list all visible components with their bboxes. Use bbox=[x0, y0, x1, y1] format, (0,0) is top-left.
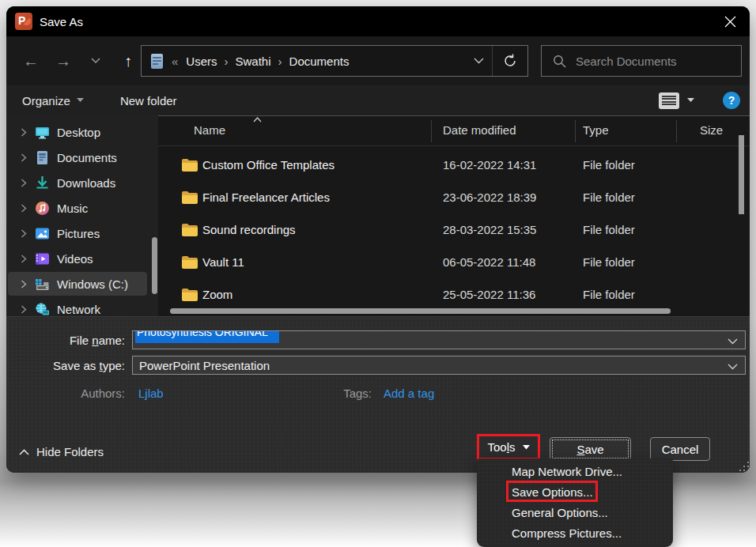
breadcrumb-overflow[interactable]: « bbox=[172, 55, 178, 68]
folder-icon bbox=[182, 191, 198, 204]
column-header-name[interactable]: Name bbox=[194, 123, 225, 137]
save-button[interactable]: Save bbox=[550, 437, 631, 461]
save-options-highlight-box bbox=[506, 481, 598, 502]
file-row-zoom[interactable]: Zoom 25-05-2022 11:36 File folder bbox=[158, 279, 743, 311]
forward-button[interactable]: → bbox=[50, 46, 77, 76]
search-input[interactable] bbox=[576, 55, 741, 68]
column-divider bbox=[676, 120, 677, 142]
desktop-icon bbox=[35, 125, 50, 140]
breadcrumb-separator: › bbox=[225, 55, 229, 68]
help-button[interactable]: ? bbox=[723, 92, 740, 109]
menu-item-compress-pictures[interactable]: Compress Pictures... bbox=[477, 522, 673, 543]
authors-value[interactable]: Ljlab bbox=[138, 387, 164, 400]
organize-button[interactable]: Organize bbox=[22, 94, 84, 108]
hide-folders-button[interactable]: Hide Folders bbox=[19, 445, 104, 458]
up-button[interactable]: ↑ bbox=[115, 46, 142, 76]
file-row-final-freelancer-articles[interactable]: Final Freelancer Articles 23-06-2022 18:… bbox=[158, 182, 743, 214]
refresh-button[interactable] bbox=[493, 46, 527, 76]
forward-arrow-icon: → bbox=[55, 52, 71, 70]
search-box bbox=[541, 45, 742, 77]
downloads-icon bbox=[35, 175, 50, 191]
dialog-title: Save As bbox=[40, 15, 83, 28]
close-icon bbox=[724, 16, 736, 28]
chevron-right-icon bbox=[19, 179, 28, 187]
tools-button[interactable]: Tools bbox=[477, 434, 540, 460]
column-headers: Name Date modified Type Size bbox=[158, 116, 750, 146]
dropdown-arrow-icon bbox=[523, 445, 530, 450]
column-divider bbox=[431, 120, 432, 142]
powerpoint-icon: P bbox=[15, 13, 32, 30]
folder-icon bbox=[182, 289, 198, 301]
sidebar-item-pictures[interactable]: Pictures bbox=[6, 221, 151, 246]
tags-label: Tags: bbox=[253, 387, 372, 400]
documents-icon bbox=[35, 150, 50, 165]
close-button[interactable] bbox=[715, 7, 745, 36]
sidebar-item-desktop[interactable]: Desktop bbox=[6, 119, 151, 145]
file-list: Name Date modified Type Size Custom Offi… bbox=[158, 115, 750, 316]
cancel-button[interactable]: Cancel bbox=[650, 437, 710, 461]
file-name-value: Photosynthesis ORIGINAL bbox=[137, 331, 268, 338]
file-row-custom-office-templates[interactable]: Custom Office Templates 16-02-2022 14:31… bbox=[158, 149, 743, 182]
tools-label: Tools bbox=[487, 440, 515, 454]
file-name-field[interactable]: Photosynthesis ORIGINAL bbox=[132, 330, 746, 349]
network-icon bbox=[35, 302, 50, 317]
chevron-down-icon bbox=[91, 58, 100, 64]
sidebar-item-videos[interactable]: Videos bbox=[6, 246, 151, 271]
authors-label: Authors: bbox=[6, 387, 125, 400]
sidebar-item-downloads[interactable]: Downloads bbox=[6, 170, 151, 195]
sidebar-item-windows-c[interactable]: Windows (C:) bbox=[6, 271, 151, 296]
back-arrow-icon: ← bbox=[23, 52, 39, 70]
save-as-type-value: PowerPoint Presentation bbox=[139, 359, 270, 372]
file-row-sound-recordings[interactable]: Sound recordings 28-03-2022 15:35 File f… bbox=[158, 214, 743, 247]
back-button[interactable]: ← bbox=[17, 46, 44, 76]
sidebar-scrollbar[interactable] bbox=[152, 237, 157, 294]
sidebar-item-documents[interactable]: Documents bbox=[6, 145, 151, 170]
save-as-dialog: P Save As ← → ↑ « Users › Swathi bbox=[6, 6, 750, 473]
chevron-down-icon bbox=[474, 58, 484, 64]
view-options-button[interactable] bbox=[659, 92, 679, 109]
menu-item-map-network-drive[interactable]: Map Network Drive... bbox=[477, 461, 673, 481]
menu-item-general-options[interactable]: General Options... bbox=[477, 502, 673, 522]
chevron-down-icon[interactable] bbox=[687, 98, 694, 103]
column-header-date-modified[interactable]: Date modified bbox=[443, 123, 516, 137]
new-folder-button[interactable]: New folder bbox=[120, 94, 177, 108]
save-as-type-label: Save as type: bbox=[6, 359, 125, 372]
address-bar[interactable]: « Users › Swathi › Documents bbox=[141, 45, 528, 77]
form-panel: File name: Photosynthesis ORIGINAL Save … bbox=[6, 316, 750, 473]
column-divider bbox=[575, 120, 576, 142]
breadcrumb-swathi[interactable]: Swathi bbox=[236, 55, 271, 68]
metadata-row: Authors: Ljlab Tags: Add a tag bbox=[6, 387, 750, 402]
chevron-up-icon bbox=[19, 449, 29, 455]
save-as-type-select[interactable]: PowerPoint Presentation bbox=[132, 356, 746, 375]
chevron-down-icon bbox=[728, 338, 738, 345]
column-header-type[interactable]: Type bbox=[583, 123, 609, 137]
file-row-vault-11[interactable]: Vault 11 06-05-2022 11:48 File folder bbox=[158, 247, 743, 279]
folder-icon bbox=[182, 256, 198, 269]
horizontal-scrollbar[interactable] bbox=[170, 308, 671, 314]
breadcrumb-separator: › bbox=[278, 55, 282, 68]
file-name-label: File name: bbox=[6, 334, 125, 347]
sidebar-item-music[interactable]: Music bbox=[6, 195, 151, 221]
resize-grip[interactable] bbox=[738, 462, 749, 471]
videos-icon bbox=[35, 251, 50, 266]
breadcrumb-documents[interactable]: Documents bbox=[289, 55, 350, 68]
search-icon bbox=[553, 55, 566, 68]
address-dropdown-button[interactable] bbox=[465, 46, 492, 76]
recent-locations-button[interactable] bbox=[82, 46, 109, 76]
sidebar-item-network[interactable]: Network bbox=[6, 296, 151, 316]
file-name-dropdown-button[interactable] bbox=[728, 334, 738, 347]
add-a-tag-link[interactable]: Add a tag bbox=[384, 387, 434, 400]
chevron-right-icon bbox=[19, 204, 28, 213]
folder-icon bbox=[182, 159, 198, 172]
vertical-scrollbar[interactable] bbox=[739, 135, 744, 214]
chevron-right-icon bbox=[19, 280, 28, 289]
breadcrumb-users[interactable]: Users bbox=[186, 55, 217, 68]
chevron-down-icon bbox=[77, 98, 84, 103]
chevron-down-icon bbox=[728, 364, 738, 370]
chevron-right-icon bbox=[19, 229, 28, 238]
chevron-right-icon bbox=[19, 153, 28, 162]
column-header-size[interactable]: Size bbox=[700, 123, 723, 137]
save-as-type-dropdown-button[interactable] bbox=[728, 359, 738, 372]
chevron-right-icon bbox=[19, 128, 28, 137]
screen-background: P Save As ← → ↑ « Users › Swathi bbox=[0, 0, 756, 547]
